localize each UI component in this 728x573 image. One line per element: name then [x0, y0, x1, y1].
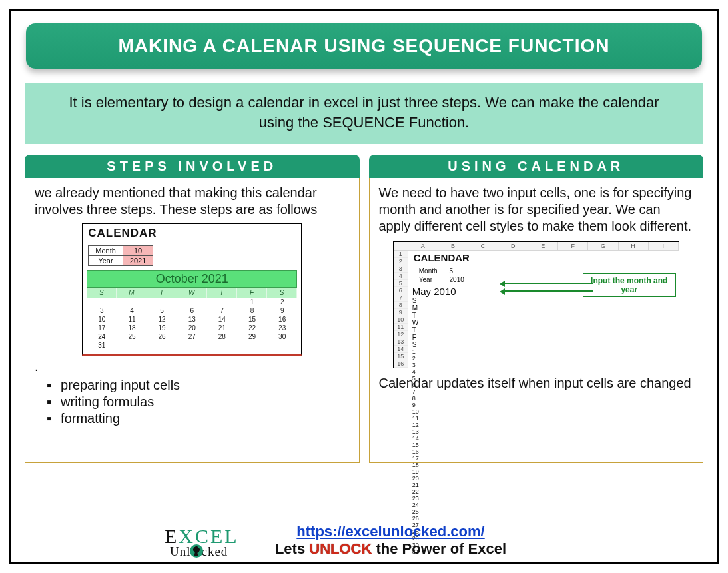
sheet-row-header: 12: [394, 331, 408, 338]
calendar-cell: 13: [177, 315, 207, 324]
calendar-cell: 4: [412, 368, 619, 375]
year-value-right: 2010: [444, 276, 470, 283]
month-value-left: 10: [123, 246, 153, 256]
calendar-cell: 23: [412, 495, 619, 502]
spreadsheet-frame: ABCDEFGHI 12345678910111213141516 CALEND…: [393, 241, 679, 368]
sheet-row-header: 14: [394, 346, 408, 353]
calendar-cell: 12: [412, 422, 619, 428]
intro-text: It is elementary to design a calendar in…: [25, 83, 703, 144]
calendar-cell: [177, 341, 207, 350]
dow-cell: M: [412, 304, 619, 312]
dow-cell: F: [412, 334, 619, 341]
sheet-col-header: H: [619, 242, 649, 251]
sheet-row-header: 4: [394, 273, 408, 280]
tag-pre: Lets: [275, 540, 309, 557]
calendar-cell: [147, 341, 177, 350]
calendar-cell: [117, 298, 147, 306]
arrow-icon: [502, 283, 593, 284]
calendar-cell: 9: [412, 402, 619, 408]
sheet-row-header: 3: [394, 265, 408, 273]
dow-cell: S: [87, 288, 117, 298]
calendar-cell: 24: [87, 332, 117, 341]
sheet-col-header: [394, 242, 408, 251]
columns: STEPS INVOLVED we already mentioned that…: [25, 155, 703, 463]
calendar-cell: 10: [87, 315, 117, 324]
dot-line: .: [35, 358, 350, 375]
arrow-icon: [502, 290, 593, 292]
dow-cell: W: [412, 319, 619, 326]
calendar-cell: 14: [412, 435, 619, 442]
calendar-cell: 25: [117, 332, 147, 341]
dow-row-right: SMTWTFS: [412, 297, 619, 348]
steps-body: we already mentioned that making this ca…: [25, 178, 360, 463]
calendar-cell: 24: [412, 502, 619, 508]
site-link[interactable]: https://excelunlocked.com/: [296, 523, 484, 540]
calendar-cell: 9: [267, 306, 297, 315]
sheet-row-header: 11: [394, 324, 408, 331]
year-label-left: Year: [89, 256, 123, 266]
calendar-cell: 11: [117, 315, 147, 324]
calendar-title-right: CALENDAR: [412, 252, 619, 266]
dow-cell: T: [147, 288, 177, 298]
calendar-cell: 30: [267, 332, 297, 341]
sheet-row-header: 10: [394, 316, 408, 324]
sheet-row-header: 15: [394, 353, 408, 360]
step-item: formatting: [47, 411, 350, 426]
tag-post: the Power of Excel: [372, 540, 506, 557]
calendar-cell: 3: [412, 362, 619, 368]
calendar-cell: 18: [412, 462, 619, 468]
using-body: We need to have two input cells, one is …: [369, 178, 704, 463]
footer: EXCEL Unlcked https://excelunlocked.com/…: [11, 523, 717, 558]
using-calendar-column: USING CALENDAR We need to have two input…: [369, 155, 704, 463]
sheet-column-headers: ABCDEFGHI: [394, 242, 679, 251]
steps-header: STEPS INVOLVED: [25, 155, 360, 178]
calendar-cell: 14: [207, 315, 237, 324]
year-label-right: Year: [414, 276, 443, 283]
dow-cell: S: [267, 288, 297, 298]
calendar-cell: 17: [87, 324, 117, 332]
sheet-row-header: 1: [394, 251, 408, 258]
page-title: MAKING A CALENAR USING SEQUENCE FUNCTION: [26, 23, 702, 69]
sheet-row-header: 2: [394, 258, 408, 265]
calendar-cell: 22: [237, 324, 267, 332]
sheet-col-header: I: [649, 242, 679, 251]
tagline: Lets UNLOCK the Power of Excel: [65, 540, 717, 558]
calendar-cell: 6: [412, 382, 619, 388]
calendar-cell: 8: [237, 306, 267, 315]
calendar-cell: 4: [117, 306, 147, 315]
calendar-cell: 3: [87, 306, 117, 315]
sheet-cell-area: CALENDAR Month 5 Year: [408, 251, 679, 368]
sheet-row-header: 13: [394, 338, 408, 346]
dow-cell: F: [237, 288, 267, 298]
calendar-cell: 12: [147, 315, 177, 324]
calendar-cell: 5: [147, 306, 177, 315]
sheet-row-header: 8: [394, 302, 408, 309]
calendar-grid-left: 1234567891011121314151617181920212223242…: [87, 298, 297, 350]
dow-cell: W: [177, 288, 207, 298]
year-value-left: 2021: [123, 256, 153, 266]
sheet-row-header: 16: [394, 360, 408, 368]
sheet-col-header: G: [588, 242, 618, 251]
calendar-cell: 19: [412, 468, 619, 475]
calendar-cell: 18: [117, 324, 147, 332]
calendar-cell: 16: [412, 448, 619, 455]
calendar-title-left: CALENDAR: [83, 224, 301, 244]
sheet-col-header: A: [408, 242, 438, 251]
using-lead: We need to have two input cells, one is …: [379, 185, 694, 235]
steps-lead: we already mentioned that making this ca…: [35, 185, 350, 218]
calendar-cell: 7: [412, 388, 619, 395]
calendar-example-left: CALENDAR Month 10 Year 2021: [82, 223, 302, 356]
month-band-left: October 2021: [87, 270, 297, 288]
calendar-cell: 2: [412, 355, 619, 362]
sheet-col-header: C: [468, 242, 498, 251]
brand-xcel: XCEL: [179, 525, 238, 547]
brand-e: E: [165, 525, 179, 547]
brand-logo: EXCEL Unlcked: [165, 528, 239, 558]
steps-list: preparing input cellswriting formulasfor…: [47, 378, 350, 426]
dow-cell: M: [117, 288, 147, 298]
calendar-cell: 29: [237, 332, 267, 341]
calendar-cell: 15: [412, 442, 619, 448]
calendar-cell: 17: [412, 455, 619, 462]
tag-unlock: UNLOCK: [309, 540, 372, 557]
calendar-cell: 8: [412, 395, 619, 402]
